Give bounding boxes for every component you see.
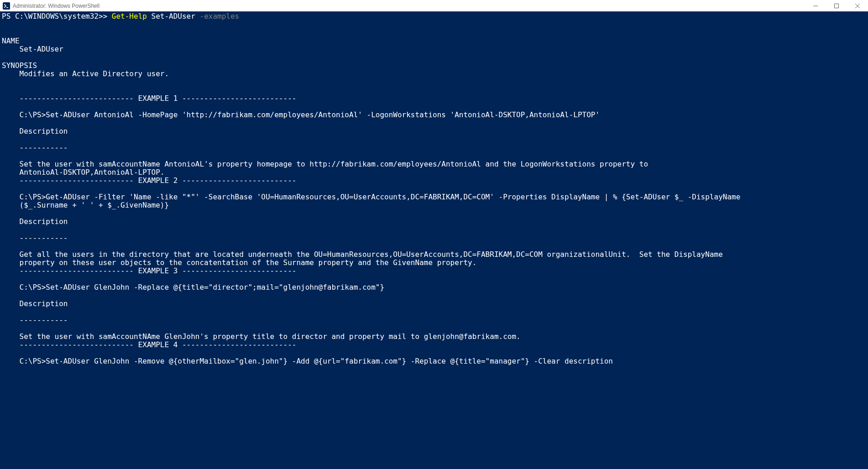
titlebar-left: Administrator: Windows PowerShell bbox=[3, 2, 99, 10]
example-1-desc-line1: Set the user with samAccountName Antonio… bbox=[2, 160, 648, 168]
example-2-desc-line1: Get all the users in the directory that … bbox=[2, 250, 723, 259]
terminal-area[interactable]: PS C:\WINDOWS\system32>> Get-Help Set-AD… bbox=[0, 11, 868, 469]
example-1-desc-label: Description bbox=[2, 127, 68, 135]
example-2-desc-line2: property on these user objects to the co… bbox=[2, 258, 476, 267]
powershell-icon bbox=[3, 2, 10, 10]
close-button[interactable] bbox=[847, 0, 868, 11]
example-3-header: -------------------------- EXAMPLE 3 ---… bbox=[2, 266, 296, 275]
example-1-command: C:\PS>Set-ADUser AntonioAl -HomePage 'ht… bbox=[2, 110, 600, 119]
example-3-desc: Set the user with samAccountNAme GlenJoh… bbox=[2, 332, 521, 341]
example-2-desc-divider: ----------- bbox=[2, 234, 68, 242]
example-3-desc-divider: ----------- bbox=[2, 316, 68, 324]
example-1-desc-divider: ----------- bbox=[2, 143, 68, 152]
example-3-command: C:\PS>Set-ADUser GlenJohn -Replace @{tit… bbox=[2, 283, 384, 292]
example-4-header: -------------------------- EXAMPLE 4 ---… bbox=[2, 340, 296, 349]
example-2-header: -------------------------- EXAMPLE 2 ---… bbox=[2, 176, 296, 185]
example-2-command-line2: ($_.Surname + ' ' + $_.GivenName)} bbox=[2, 201, 169, 209]
example-2-command-line1: C:\PS>Get-ADUser -Filter 'Name -like "*"… bbox=[2, 193, 740, 201]
maximize-button[interactable] bbox=[826, 0, 847, 11]
synopsis-header: SYNOPSIS bbox=[2, 61, 37, 70]
svg-rect-3 bbox=[835, 4, 839, 8]
synopsis-value: Modifies an Active Directory user. bbox=[2, 69, 169, 78]
example-3-desc-label: Description bbox=[2, 299, 68, 308]
cmd-set-aduser: Set-ADUser bbox=[152, 12, 200, 21]
example-4-command: C:\PS>Set-ADUser GlenJohn -Remove @{othe… bbox=[2, 357, 613, 365]
help-output: NAME Set-ADUser SYNOPSIS Modifies an Act… bbox=[2, 29, 866, 365]
example-2-desc-label: Description bbox=[2, 217, 68, 226]
prompt-line: PS C:\WINDOWS\system32>> Get-Help Set-AD… bbox=[2, 12, 866, 21]
example-1-desc-line2: AntonioAl-DSKTOP,AntonioAl-LPTOP. bbox=[2, 168, 164, 177]
name-value: Set-ADUser bbox=[2, 45, 63, 53]
cmd-examples-flag: -examples bbox=[200, 12, 240, 21]
cmd-get-help: Get-Help bbox=[112, 12, 152, 21]
window-controls bbox=[805, 0, 868, 11]
example-1-header: -------------------------- EXAMPLE 1 ---… bbox=[2, 94, 296, 103]
minimize-button[interactable] bbox=[805, 0, 826, 11]
prompt-prefix: PS C:\WINDOWS\system32>> bbox=[2, 12, 112, 21]
window-title: Administrator: Windows PowerShell bbox=[13, 3, 99, 9]
name-header: NAME bbox=[2, 36, 20, 45]
window-titlebar: Administrator: Windows PowerShell bbox=[0, 0, 868, 11]
